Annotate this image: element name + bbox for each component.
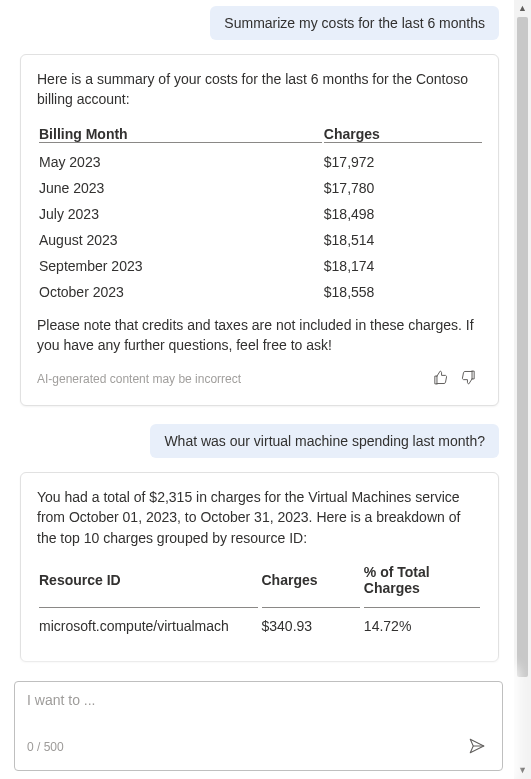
resource-table: Resource ID Charges % of Total Charges m… [37,558,482,639]
chat-transcript: Summarize my costs for the last 6 months… [0,0,514,779]
scrollbar-thumb[interactable] [517,17,528,677]
table-row: June 2023$17,780 [37,175,482,201]
input-placeholder: I want to ... [27,692,490,708]
char-counter: 0 / 500 [27,740,64,754]
assistant-intro: Here is a summary of your costs for the … [37,69,482,110]
col-header-charges: Charges [262,572,318,588]
vertical-scrollbar[interactable]: ▲ ▼ [514,0,531,779]
user-message: Summarize my costs for the last 6 months [210,6,499,40]
table-row: July 2023$18,498 [37,201,482,227]
user-message: What was our virtual machine spending la… [150,424,499,458]
table-row: microsoft.compute/virtualmach $340.93 14… [37,613,482,639]
table-row: October 2023$18,558 [37,279,482,305]
col-header-pct: % of Total Charges [364,564,430,596]
assistant-intro: You had a total of $2,315 in charges for… [37,487,482,548]
table-row: May 2023$17,972 [37,149,482,175]
thumbs-down-button[interactable] [454,365,482,393]
assistant-message-card: You had a total of $2,315 in charges for… [20,472,499,662]
assistant-footnote: Please note that credits and taxes are n… [37,315,482,356]
thumbs-up-button[interactable] [426,365,454,393]
table-row: September 2023$18,174 [37,253,482,279]
thumbs-up-icon [432,369,449,389]
thumbs-down-icon [460,369,477,389]
send-icon [468,737,486,758]
ai-disclaimer: AI-generated content may be incorrect [37,372,426,386]
scrollbar-track[interactable] [514,17,531,762]
col-header-charges: Charges [324,126,380,142]
assistant-message-card: Here is a summary of your costs for the … [20,54,499,406]
col-header-month: Billing Month [39,126,128,142]
costs-table: Billing Month Charges May 2023$17,972 Ju… [37,120,482,305]
scroll-up-icon[interactable]: ▲ [514,0,531,17]
table-row: August 2023$18,514 [37,227,482,253]
scroll-down-icon[interactable]: ▼ [514,762,531,779]
send-button[interactable] [464,734,490,760]
col-header-resource: Resource ID [39,572,121,588]
chat-input[interactable]: I want to ... 0 / 500 [14,681,503,771]
